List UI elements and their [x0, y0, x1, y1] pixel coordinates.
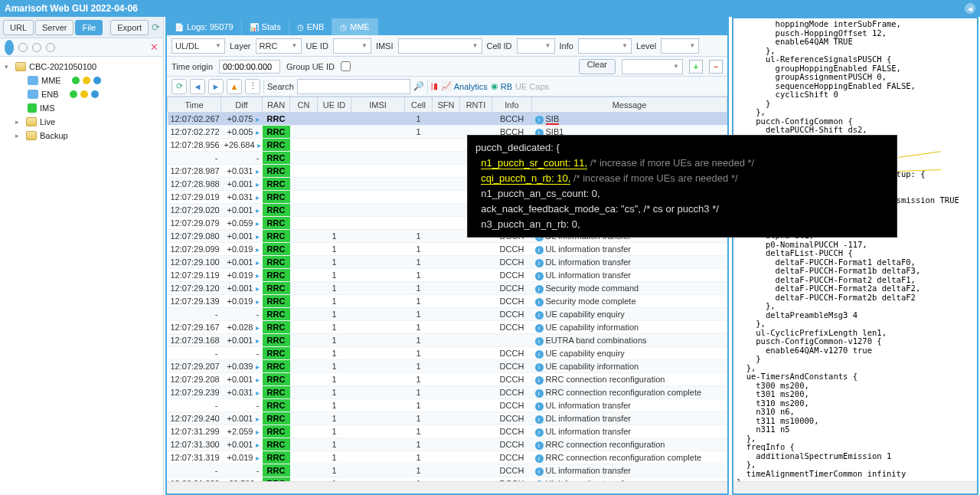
table-row[interactable]: 12:07:29.240+0.001 ▸RRC11DCCHiDL informa… — [168, 412, 727, 425]
time-origin-label: Time origin — [172, 62, 213, 71]
url-button[interactable]: URL — [3, 20, 34, 35]
info-label: Info — [560, 41, 573, 51]
table-row[interactable]: 12:07:29.099+0.019 ▸RRC11DCCHiUL informa… — [168, 243, 727, 256]
info-icon: i — [535, 259, 544, 267]
remove-button[interactable]: − — [709, 60, 723, 74]
nav-refresh[interactable]: ⟳ — [172, 79, 187, 94]
col-header[interactable]: RNTI — [460, 97, 492, 113]
tab-bar: 📄Logs: 95079 📊Stats ◷ENB ◷MME — [167, 18, 727, 35]
nav-opts[interactable]: ⋮ — [245, 79, 260, 94]
col-header[interactable]: Info — [492, 97, 532, 113]
cellid-select[interactable]: ▼ — [517, 38, 555, 54]
imsi-select[interactable]: ▼ — [398, 38, 482, 54]
table-row[interactable]: --RRC11DCCHiUL information transfer — [168, 464, 727, 477]
table-row[interactable]: 12:07:29.120+0.001 ▸RRC11DCCHiSecurity m… — [168, 282, 727, 295]
col-header[interactable]: SFN — [433, 97, 460, 113]
table-row[interactable]: 12:07:29.168+0.001 ▸RRC11iEUTRA band com… — [168, 334, 727, 347]
col-header[interactable]: Diff — [221, 97, 263, 113]
col-header[interactable]: Message — [532, 97, 727, 113]
col-header[interactable]: Cell — [405, 97, 433, 113]
preset-select[interactable]: ▼ — [622, 59, 683, 74]
table-row[interactable]: 12:07:29.119+0.019 ▸RRC11DCCHiUL informa… — [168, 269, 727, 282]
detail-text[interactable]: hoppingMode interSubFrame, pusch-Hopping… — [733, 18, 977, 481]
nav-dot[interactable] — [5, 40, 14, 55]
log-pane: 📄Logs: 95079 📊Stats ◷ENB ◷MME UL/DL▼ Lay… — [165, 17, 729, 495]
table-row[interactable]: 12:07:29.207+0.039 ▸RRC11DCCHiUE capabil… — [168, 360, 727, 373]
level-select[interactable]: ▼ — [661, 38, 699, 54]
info-icon: i — [535, 467, 544, 476]
binoculars-icon[interactable]: 🔎 — [413, 81, 424, 91]
table-row[interactable]: --RRC11DCCHiUL information transfer — [168, 399, 727, 412]
info-icon: i — [535, 246, 544, 254]
node-icon — [28, 76, 38, 85]
time-origin-input[interactable] — [219, 60, 280, 74]
table-row[interactable]: 12:07:31.319+0.019 ▸RRC11DCCHiRRC connec… — [168, 451, 727, 464]
node-icon — [28, 90, 38, 99]
collapse-icon[interactable]: ◄ — [965, 3, 975, 14]
col-header[interactable]: Time — [168, 97, 221, 113]
h-scrollbar[interactable] — [733, 481, 977, 493]
info-icon: i — [535, 415, 544, 424]
search-label: Search — [267, 82, 294, 91]
chart-icon[interactable]: |▮ — [431, 81, 438, 91]
ueid-select[interactable]: ▼ — [333, 38, 371, 54]
search-input[interactable] — [297, 79, 410, 94]
tree-item-enb[interactable]: ENB — [2, 87, 162, 101]
nav-dot[interactable] — [32, 43, 41, 52]
tree-item-ims[interactable]: IMS — [2, 101, 162, 115]
table-row[interactable]: 12:07:31.299+2.059 ▸RRC11DCCHiUL informa… — [168, 425, 727, 438]
table-row[interactable]: 12:07:29.208+0.001 ▸RRC11DCCHiRRC connec… — [168, 373, 727, 386]
tab-enb[interactable]: ◷ENB — [289, 18, 333, 35]
status-dot-green — [70, 90, 77, 98]
server-button[interactable]: Server — [35, 20, 74, 35]
status-dot-blue — [91, 90, 99, 98]
file-button[interactable]: File — [75, 20, 103, 35]
nav-warn[interactable]: ▲ — [227, 79, 242, 94]
info-icon: i — [535, 480, 544, 482]
tree-item-live[interactable]: ▸Live — [2, 115, 162, 129]
table-row[interactable]: --RRC11DCCHiUE capability enquiry — [168, 308, 727, 321]
tree-item-backup[interactable]: ▸Backup — [2, 129, 162, 143]
analytics-link[interactable]: 📈Analytics — [441, 81, 488, 91]
info-icon: i — [535, 337, 544, 346]
nav-back[interactable]: ◄ — [190, 79, 205, 94]
layer-select[interactable]: RRC▼ — [256, 38, 302, 54]
layer-label: Layer — [230, 41, 251, 51]
nav-fwd[interactable]: ► — [208, 79, 224, 94]
rb-link[interactable]: ◉RB — [491, 81, 512, 91]
col-header[interactable]: UE ID — [318, 97, 351, 113]
nav-dot[interactable] — [46, 43, 55, 52]
export-button[interactable]: Export — [110, 20, 149, 35]
table-row[interactable]: 12:07:29.167+0.028 ▸RRC11DCCHiUE capabil… — [168, 321, 727, 334]
info-icon: i — [535, 116, 544, 124]
uldl-select[interactable]: UL/DL▼ — [172, 38, 225, 54]
col-header[interactable]: CN — [290, 97, 318, 113]
status-dot-blue — [93, 77, 101, 84]
table-row[interactable]: 12:08:31.899+60.580 ▸RRC11DCCHiUL inform… — [168, 477, 727, 482]
close-icon[interactable]: ✕ — [150, 41, 158, 53]
refresh-icon[interactable]: ⟳ — [152, 21, 160, 33]
info-select[interactable]: ▼ — [578, 38, 632, 54]
tree-item-mme[interactable]: MME — [2, 74, 162, 87]
clear-button[interactable]: Clear — [579, 59, 616, 74]
add-button[interactable]: + — [689, 60, 703, 74]
h-scrollbar[interactable] — [167, 481, 727, 493]
tab-mme[interactable]: ◷MME — [332, 18, 378, 35]
table-row[interactable]: 12:07:29.239+0.031 ▸RRC11DCCHiRRC connec… — [168, 386, 727, 399]
table-row[interactable]: 12:07:29.100+0.001 ▸RRC11DCCHiDL informa… — [168, 256, 727, 269]
table-row[interactable]: 12:07:02.267+0.075 ▸RRC1BCCHiSIB — [168, 113, 727, 126]
tab-stats[interactable]: 📊Stats — [242, 18, 289, 35]
group-ue-checkbox[interactable] — [341, 61, 351, 71]
filter-row: UL/DL▼ Layer RRC▼ UE ID ▼ IMSI ▼ Cell ID… — [167, 35, 727, 57]
col-header[interactable]: IMSI — [351, 97, 405, 113]
grid-toolbar: ⟳ ◄ ► ▲ ⋮ Search 🔎 |▮ 📈Analytics ◉RB UE … — [167, 77, 727, 97]
code-tooltip: pucch_dedicated: { n1_pucch_sr_count: 11… — [467, 135, 897, 238]
table-row[interactable]: --RRC11DCCHiUE capability enquiry — [168, 347, 727, 360]
nav-dot[interactable] — [18, 43, 28, 52]
uecaps-link[interactable]: UE Caps — [515, 82, 549, 91]
table-row[interactable]: 12:07:31.300+0.001 ▸RRC11DCCHiRRC connec… — [168, 438, 727, 451]
table-row[interactable]: 12:07:29.139+0.019 ▸RRC11DCCHiSecurity m… — [168, 295, 727, 308]
tab-logs[interactable]: 📄Logs: 95079 — [167, 18, 242, 35]
col-header[interactable]: RAN — [263, 97, 290, 113]
tree-root[interactable]: ▾CBC-2021050100 — [2, 60, 162, 74]
